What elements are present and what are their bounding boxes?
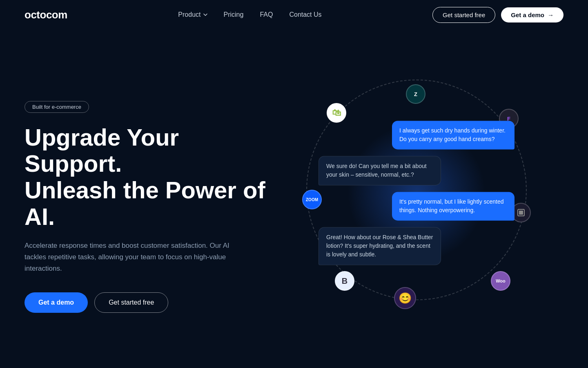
pricing-link[interactable]: Pricing <box>224 11 244 18</box>
get-demo-button[interactable]: Get a demo → <box>501 7 564 22</box>
hero-left: Built for e-commerce Upgrade Your Suppor… <box>24 101 270 313</box>
woocommerce-icon: Woo <box>491 271 510 291</box>
zendesk-icon: Z <box>406 84 425 104</box>
chat-bubble-bot-1: We sure do! Can you tell me a bit about … <box>318 156 441 185</box>
square-svg <box>517 209 525 217</box>
product-label: Product <box>178 11 200 18</box>
arrow-icon: → <box>548 11 554 18</box>
get-started-free-button[interactable]: Get started free <box>432 7 495 23</box>
chat-area: I always get such dry hands during winte… <box>318 121 514 265</box>
nav-item-contact[interactable]: Contact Us <box>289 11 321 18</box>
hero-title: Upgrade Your Support. Unleash the Power … <box>24 124 270 231</box>
svg-rect-1 <box>519 211 523 215</box>
faq-link[interactable]: FAQ <box>260 11 273 18</box>
avatar-icon: 😊 <box>394 287 416 309</box>
hero-section: Built for e-commerce Upgrade Your Suppor… <box>0 29 588 368</box>
chat-bubble-bot-2: Great! How about our Rose & Shea Butter … <box>318 227 441 265</box>
shopify-icon: 🛍 <box>327 103 346 123</box>
hero-badge: Built for e-commerce <box>24 101 89 113</box>
hero-description: Accelerate response times and boost cust… <box>24 240 237 274</box>
hero-title-line1: Upgrade Your Support. <box>24 124 179 177</box>
logo[interactable]: octocom <box>24 9 67 21</box>
chat-bubble-user-1: I always get such dry hands during winte… <box>392 121 514 149</box>
contact-link[interactable]: Contact Us <box>289 11 321 18</box>
nav-ctas: Get started free Get a demo → <box>432 7 564 23</box>
nav-item-pricing[interactable]: Pricing <box>224 11 244 18</box>
nav-item-faq[interactable]: FAQ <box>260 11 273 18</box>
hero-started-button[interactable]: Get started free <box>94 292 168 313</box>
visual-wrapper: Z 🛍 F ZOOM B <box>302 80 531 317</box>
hero-title-line2: Unleash the Power of AI. <box>24 177 265 230</box>
nav-item-product[interactable]: Product <box>178 11 207 18</box>
hero-right: Z 🛍 F ZOOM B <box>270 46 564 368</box>
navbar: octocom Product Pricing FAQ Contact Us G… <box>0 0 588 29</box>
hero-cta-buttons: Get a demo Get started free <box>24 292 270 313</box>
get-demo-label: Get a demo <box>511 11 544 18</box>
product-link[interactable]: Product <box>178 11 207 18</box>
hero-demo-button[interactable]: Get a demo <box>24 292 88 313</box>
bigcommerce-icon: B <box>335 271 354 291</box>
chat-bubble-user-2: It's pretty normal, but I like lightly s… <box>392 192 514 220</box>
nav-links: Product Pricing FAQ Contact Us <box>178 11 321 18</box>
chevron-down-icon <box>203 13 207 16</box>
